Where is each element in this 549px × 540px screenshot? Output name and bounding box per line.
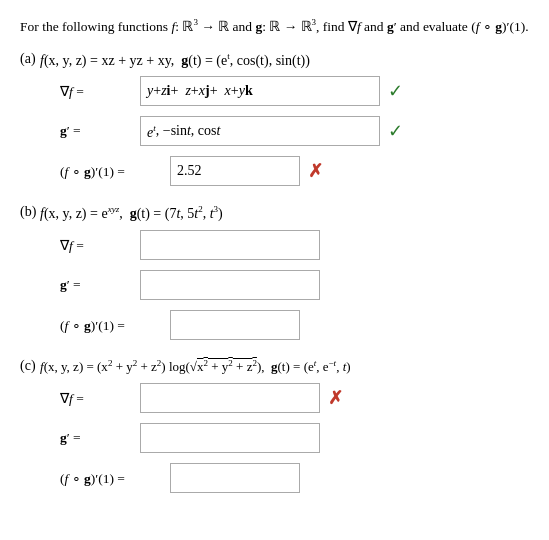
fog-cross-a: ✗ bbox=[308, 160, 323, 182]
g-prime-row-b: g′ = bbox=[60, 270, 529, 300]
section-a-function: f(x, y, z) = xz + yz + xy, g(t) = (et, c… bbox=[40, 51, 310, 69]
fog-row-c: (f ∘ g)′(1) = bbox=[60, 463, 529, 493]
nabla-f-label-a: ∇f = bbox=[60, 83, 140, 100]
g-prime-check-a: ✓ bbox=[388, 120, 403, 142]
section-a: (a) f(x, y, z) = xz + yz + xy, g(t) = (e… bbox=[20, 51, 529, 187]
fog-input-a[interactable]: 2.52 bbox=[170, 156, 300, 186]
nabla-f-row-c: ∇f = ✗ bbox=[60, 383, 529, 413]
nabla-f-input-a[interactable]: y+z i+ z+x j+ x+y k bbox=[140, 76, 380, 106]
section-c-letter: (c) bbox=[20, 358, 40, 375]
fog-row-b: (f ∘ g)′(1) = bbox=[60, 310, 529, 340]
nabla-f-cross-c: ✗ bbox=[328, 387, 343, 409]
nabla-f-input-c[interactable] bbox=[140, 383, 320, 413]
fog-label-c: (f ∘ g)′(1) = bbox=[60, 470, 170, 487]
nabla-f-check-a: ✓ bbox=[388, 80, 403, 102]
g-prime-label-c: g′ = bbox=[60, 430, 140, 446]
nabla-f-input-b[interactable] bbox=[140, 230, 320, 260]
nabla-f-label-b: ∇f = bbox=[60, 237, 140, 254]
g-prime-row-a: g′ = et, −sin t , cos t ✓ bbox=[60, 116, 529, 146]
intro-text: For the following functions f: ℝ3 → ℝ an… bbox=[20, 16, 529, 37]
g-prime-input-b[interactable] bbox=[140, 270, 320, 300]
section-c-function: f(x, y, z) = (x2 + y2 + z2) log(√x2 + y2… bbox=[40, 358, 351, 375]
g-prime-row-c: g′ = bbox=[60, 423, 529, 453]
g-prime-label-b: g′ = bbox=[60, 277, 140, 293]
fog-label-a: (f ∘ g)′(1) = bbox=[60, 163, 170, 180]
fog-input-b[interactable] bbox=[170, 310, 300, 340]
section-b: (b) f(x, y, z) = exyz, g(t) = (7t, 5t2, … bbox=[20, 204, 529, 340]
fog-label-b: (f ∘ g)′(1) = bbox=[60, 317, 170, 334]
g-prime-input-a[interactable]: et, −sin t , cos t bbox=[140, 116, 380, 146]
nabla-f-row-b: ∇f = bbox=[60, 230, 529, 260]
section-c: (c) f(x, y, z) = (x2 + y2 + z2) log(√x2 … bbox=[20, 358, 529, 493]
section-b-function: f(x, y, z) = exyz, g(t) = (7t, 5t2, t3) bbox=[40, 204, 223, 222]
g-prime-input-c[interactable] bbox=[140, 423, 320, 453]
fog-input-c[interactable] bbox=[170, 463, 300, 493]
fog-row-a: (f ∘ g)′(1) = 2.52 ✗ bbox=[60, 156, 529, 186]
g-prime-label-a: g′ = bbox=[60, 123, 140, 139]
section-b-letter: (b) bbox=[20, 204, 40, 222]
section-a-letter: (a) bbox=[20, 51, 40, 69]
nabla-f-label-c: ∇f = bbox=[60, 390, 140, 407]
nabla-f-row-a: ∇f = y+z i+ z+x j+ x+y k ✓ bbox=[60, 76, 529, 106]
